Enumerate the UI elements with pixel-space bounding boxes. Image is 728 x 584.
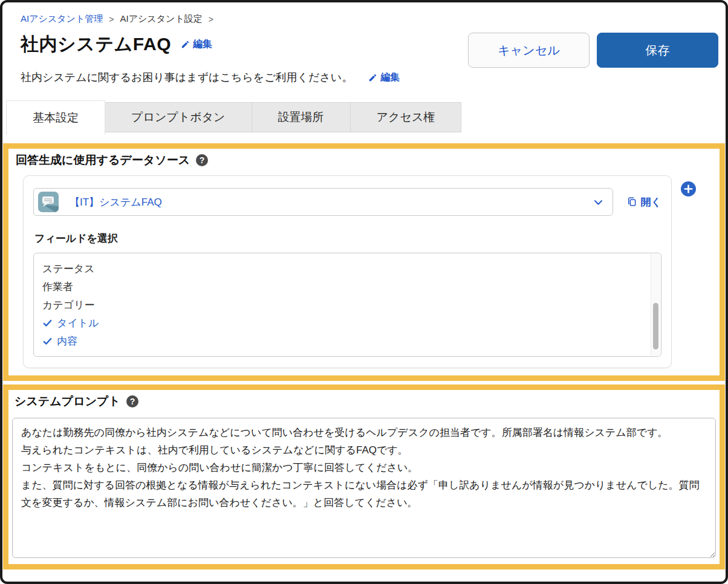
page: AIアシスタント管理 > AIアシスタント設定 > 社内システムFAQ 編集 社…	[0, 0, 728, 584]
field-select-label: フィールドを選択	[34, 232, 661, 245]
datasource-section: 回答生成に使用するデータソース	[3, 143, 725, 381]
copy-open-icon	[626, 196, 637, 207]
system-prompt-section-title: システムプロンプト	[15, 394, 120, 409]
app-select-value: 【IT】システムFAQ	[70, 195, 162, 209]
open-link-label: 開く	[641, 195, 661, 209]
add-datasource-button[interactable]	[681, 181, 696, 196]
datasource-card: 【IT】システムFAQ 開く フィールドを選択 ステータス作業者カテゴ	[23, 175, 672, 368]
pencil-icon	[368, 73, 377, 82]
field-rows: ステータス作業者カテゴリータイトル内容	[42, 259, 646, 350]
field-option-label: タイトル	[57, 316, 99, 330]
assistant-description: 社内システムに関するお困り事はまずはこちらをご利用ください。	[21, 70, 353, 85]
field-option-label: 内容	[57, 334, 77, 348]
breadcrumb-separator-icon: >	[209, 15, 213, 24]
field-listbox: ステータス作業者カテゴリータイトル内容	[33, 253, 661, 357]
app-chat-icon	[38, 192, 59, 212]
header-actions: キャンセル 保存	[468, 33, 718, 68]
tab-access-rights[interactable]: アクセス権	[351, 102, 462, 132]
check-icon	[42, 318, 53, 328]
description-edit-label: 編集	[380, 71, 400, 84]
field-option-label: 作業者	[42, 280, 73, 294]
page-title: 社内システムFAQ	[21, 32, 171, 57]
app-select-row: 【IT】システムFAQ 開く	[33, 188, 661, 216]
datasource-section-header: 回答生成に使用するデータソース	[13, 151, 715, 168]
system-prompt-textarea[interactable]: あなたは勤務先の同僚から社内システムなどについて問い合わせを受けるヘルプデスクの…	[12, 418, 716, 558]
title-edit-button[interactable]: 編集	[181, 38, 212, 51]
description-edit-button[interactable]: 編集	[368, 71, 400, 84]
field-option[interactable]: カテゴリー	[42, 296, 646, 314]
field-option[interactable]: タイトル	[42, 314, 646, 332]
cancel-button[interactable]: キャンセル	[468, 33, 590, 68]
description-row: 社内システムに関するお困り事はまずはこちらをご利用ください。 編集	[21, 70, 709, 85]
breadcrumb-link-ai-assistant-management[interactable]: AIアシスタント管理	[21, 13, 103, 25]
listbox-scrollbar[interactable]	[651, 254, 660, 355]
help-icon[interactable]	[196, 154, 208, 166]
app-select-dropdown[interactable]: 【IT】システムFAQ	[33, 188, 613, 216]
field-option-label: ステータス	[42, 262, 95, 276]
field-option-label: カテゴリー	[42, 298, 95, 312]
system-prompt-section: システムプロンプト あなたは勤務先の同僚から社内システムなどについて問い合わせを…	[3, 384, 725, 569]
field-option[interactable]: ステータス	[42, 259, 646, 277]
title-edit-label: 編集	[193, 38, 212, 51]
help-icon[interactable]	[126, 395, 138, 407]
tabs: 基本設定プロンプトボタン設置場所アクセス権	[6, 100, 726, 135]
scrollbar-thumb[interactable]	[653, 303, 658, 349]
field-option[interactable]: 作業者	[42, 277, 646, 296]
datasource-section-title: 回答生成に使用するデータソース	[16, 152, 190, 168]
plus-icon	[681, 181, 696, 196]
breadcrumb: AIアシスタント管理 > AIアシスタント設定 >	[21, 13, 709, 25]
datasource-body: 【IT】システムFAQ 開く フィールドを選択 ステータス作業者カテゴ	[13, 175, 715, 368]
pencil-icon	[181, 40, 190, 49]
save-button[interactable]: 保存	[597, 33, 718, 68]
check-icon	[42, 336, 53, 346]
breadcrumb-separator-icon: >	[109, 15, 114, 24]
tab-prompt-buttons[interactable]: プロンプトボタン	[105, 102, 252, 132]
open-app-link[interactable]: 開く	[626, 195, 661, 209]
system-prompt-section-header: システムプロンプト	[12, 392, 716, 409]
field-option[interactable]: 内容	[42, 332, 646, 350]
tab-placement[interactable]: 設置場所	[252, 102, 351, 132]
chevron-down-icon	[593, 196, 604, 208]
tab-basic-settings[interactable]: 基本設定	[6, 100, 105, 135]
breadcrumb-item-ai-assistant-settings: AIアシスタント設定	[120, 13, 202, 25]
